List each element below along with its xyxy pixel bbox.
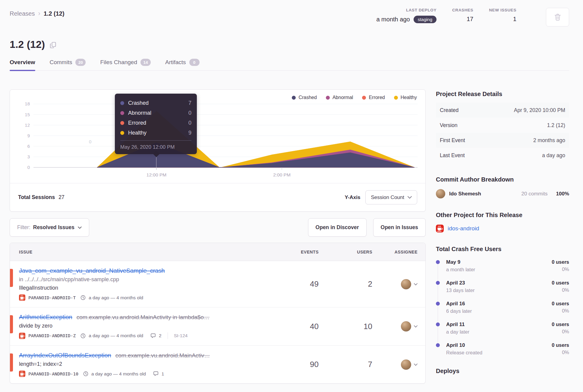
filter-dropdown[interactable]: Filter: Resolved Issues [10, 218, 89, 237]
detail-row-created: Created Apr 9, 2020 10:00 PM [436, 103, 569, 118]
tooltip-abnormal-value: 0 [188, 110, 191, 116]
other-project-row: idos-android [436, 225, 569, 232]
issue-title-link[interactable]: Java_com_example_vu_android_NativeSample… [19, 267, 165, 274]
stat-last-deploy: LAST DEPLOY a month ago staging [376, 8, 436, 23]
chart-footer: Total Sessions 27 Y-Axis Session Count [10, 183, 425, 211]
java-platform-icon [19, 294, 25, 301]
release-details-table: Created Apr 9, 2020 10:00 PM Version 1.2… [436, 103, 569, 163]
issue-age: a day ago — 4 months old [89, 295, 143, 300]
column-issue: ISSUE [19, 250, 268, 254]
issue-users-count: 10 [319, 322, 372, 331]
tooltip-row-errored: Errored 0 [120, 118, 191, 128]
breadcrumb-releases-link[interactable]: Releases [10, 10, 35, 17]
stray-data-label: 0 [89, 139, 91, 144]
sessions-chart-card: Crashed Abnormal Errored Healthy [10, 89, 426, 212]
assignee-avatar [401, 359, 411, 370]
top-bar: Releases › 1.2 (12) LAST DEPLOY a month … [10, 8, 569, 26]
issue-culprit: com.example.vu.android.MainActiv… [115, 352, 210, 359]
header-stats: LAST DEPLOY a month ago staging CRASHES … [376, 8, 569, 26]
title-row: 1.2 (12) [10, 39, 569, 50]
tooltip-date: May 26, 2020 12:00 PM [120, 140, 191, 150]
last-deploy-value: a month ago [376, 16, 410, 23]
legend-item-errored[interactable]: Errored [362, 95, 385, 100]
issue-age: a day ago — 4 months old [91, 371, 146, 377]
tooltip-healthy-dot [120, 131, 124, 135]
assignee-avatar [401, 279, 411, 289]
crash-free-users: 0 users [552, 322, 569, 327]
total-sessions-label: Total Sessions [18, 194, 55, 201]
yaxis-dropdown-value: Session Count [371, 194, 404, 201]
chevron-down-icon [408, 196, 412, 199]
sessions-area-chart[interactable]: 036912151812:00 PM2:00 PM [18, 90, 419, 180]
tooltip-healthy-label: Healthy [128, 130, 184, 136]
author-avatar [436, 189, 445, 198]
legend-errored-label: Errored [369, 95, 385, 100]
crash-free-item: April 10 Release created 0 users 0% [436, 342, 569, 356]
java-platform-icon [436, 225, 444, 232]
tab-commits[interactable]: Commits 20 [50, 59, 86, 70]
assignee-dropdown[interactable] [401, 359, 418, 370]
assignee-dropdown[interactable] [401, 279, 418, 289]
assignee-dropdown[interactable] [401, 321, 418, 331]
crash-free-timeline: May 9 a month later 0 users 0% April 23 … [436, 259, 569, 356]
svg-text:12:00 PM: 12:00 PM [147, 172, 166, 177]
svg-text:3: 3 [27, 154, 30, 159]
tab-artifacts[interactable]: Artifacts 0 [165, 59, 200, 70]
filter-label: Filter: [17, 224, 30, 231]
error-level-indicator [10, 353, 13, 372]
crash-free-date: April 10 [446, 342, 552, 348]
delete-release-button[interactable] [546, 8, 569, 26]
yaxis-dropdown[interactable]: Session Count [365, 190, 417, 204]
tab-files-changed[interactable]: Files Changed 14 [100, 59, 151, 70]
open-in-discover-button[interactable]: Open in Discover [308, 218, 367, 237]
legend-item-healthy[interactable]: Healthy [394, 95, 417, 100]
detail-key: Last Event [440, 152, 465, 159]
legend-item-crashed[interactable]: Crashed [292, 95, 317, 100]
tab-artifacts-badge: 0 [189, 59, 200, 66]
java-platform-icon [19, 333, 25, 339]
tooltip-errored-value: 0 [188, 120, 191, 126]
open-in-issues-button[interactable]: Open in Issues [373, 218, 426, 237]
tab-files-changed-badge: 14 [140, 59, 151, 66]
crash-free-users: 0 users [552, 259, 569, 265]
breadcrumb: Releases › 1.2 (12) [10, 10, 65, 17]
clock-icon [80, 295, 86, 300]
crashes-value: 17 [452, 16, 473, 23]
copy-icon[interactable] [50, 42, 56, 48]
chart-legend: Crashed Abnormal Errored Healthy [292, 95, 417, 100]
issue-users-count: 2 [319, 279, 372, 289]
tooltip-crashed-value: 7 [188, 100, 191, 106]
tooltip-crashed-label: Crashed [128, 100, 184, 106]
other-project-link[interactable]: idos-android [448, 225, 479, 232]
crash-free-item: April 23 13 days later 0 users 0% [436, 280, 569, 293]
crashed-legend-dot [292, 96, 296, 100]
project-slug: PARANOID-ANDROID-T [28, 295, 76, 300]
chevron-right-icon: › [38, 10, 40, 17]
release-details-heading: Project Release Details [436, 91, 569, 98]
tab-files-changed-label: Files Changed [100, 59, 137, 66]
tab-overview-label: Overview [10, 59, 35, 66]
filter-value: Resolved Issues [33, 224, 74, 231]
crash-free-item: April 11 a day later 0 users 0% [436, 322, 569, 335]
crash-free-users: 0 users [552, 280, 569, 286]
stat-crashes: CRASHES 17 [452, 8, 473, 23]
issue-subtitle: length=1; index=2 [19, 361, 268, 367]
tab-overview[interactable]: Overview [10, 59, 35, 70]
chevron-down-icon [414, 363, 418, 366]
svg-text:15: 15 [25, 112, 30, 117]
last-deploy-label: LAST DEPLOY [376, 8, 436, 12]
legend-item-abnormal[interactable]: Abnormal [326, 95, 353, 100]
detail-row-last-event: Last Event a day ago [436, 148, 569, 163]
chevron-down-icon [414, 283, 418, 285]
crash-free-date: April 11 [446, 322, 552, 328]
deploys-heading: Deploys [436, 368, 569, 375]
issue-row: Java_com_example_vu_android_NativeSample… [10, 261, 425, 307]
divider [168, 332, 168, 339]
crash-free-sub: a day later [446, 329, 552, 335]
issue-title-link[interactable]: ArithmeticException [19, 314, 72, 321]
issue-title-link[interactable]: ArrayIndexOutOfBoundsException [19, 352, 111, 359]
healthy-legend-dot [394, 96, 398, 100]
tooltip-row-abnormal: Abnormal 0 [120, 108, 191, 118]
issue-subtitle: divide by zero [19, 323, 268, 329]
env-badge: staging [414, 16, 436, 23]
